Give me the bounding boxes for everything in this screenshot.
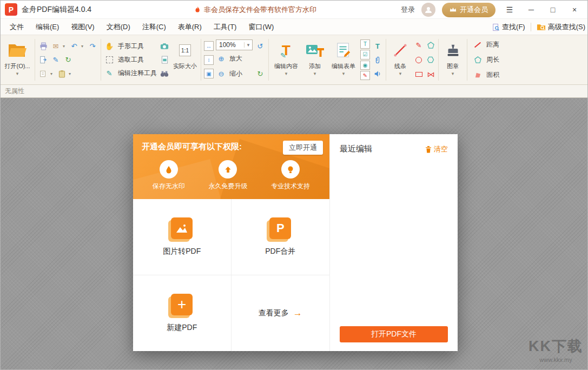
line-dropdown-icon: ▾ [399, 71, 402, 76]
open-button[interactable]: 打开(O)... ▾ [2, 37, 33, 83]
clipboard-dropdown-icon[interactable]: ▾ [69, 71, 73, 76]
zoom-in-button[interactable]: ⊕ 放大 [216, 52, 253, 65]
advanced-find-button[interactable]: 高级查找(S) [537, 22, 585, 32]
polyline-tool-button[interactable] [425, 69, 436, 80]
toolbar-separator [35, 39, 35, 81]
login-link[interactable]: 登录 [401, 5, 415, 15]
add-content-button[interactable]: 添加 ▾ [302, 37, 328, 83]
pentagon-icon [427, 42, 434, 49]
pentagon-tool-button[interactable] [425, 40, 436, 51]
measure-area-button[interactable]: 面积 [472, 69, 499, 82]
stamp-label: 图章 [447, 62, 459, 70]
vip-banner: 开通会员即可享有以下权限: 立即开通 保存无水印 [133, 134, 329, 199]
welcome-dialog: 开通会员即可享有以下权限: 立即开通 保存无水印 [133, 134, 458, 351]
checkbox-tool-button[interactable]: ☑ [360, 50, 370, 59]
minimize-button[interactable]: ─ [524, 5, 539, 14]
edit-form-dropdown-icon: ▾ [342, 71, 345, 76]
export-button[interactable] [38, 55, 49, 65]
benefit-free-upgrade: 永久免费升级 [208, 160, 247, 191]
menubar-search-area: 查找(F) 高级查找(S) [492, 19, 585, 35]
vip-pill-label: 开通会员 [460, 5, 488, 15]
textfield-tool-button[interactable]: T [360, 39, 370, 49]
rectangle-icon [415, 72, 422, 77]
activate-now-button[interactable]: 立即开通 [283, 141, 323, 155]
quick-action-pdf-merge[interactable]: P PDF合并 [232, 199, 330, 275]
speaker-icon [374, 70, 381, 77]
rotate-left-button[interactable]: ↺ [255, 41, 266, 51]
clear-recent-button[interactable]: 清空 [425, 144, 448, 154]
clipboard-button[interactable] [56, 68, 67, 79]
vip-pill-button[interactable]: 开通会员 [442, 3, 495, 17]
signature-tool-button[interactable]: ✎ [360, 71, 370, 80]
redo-button[interactable]: ↷ [87, 41, 98, 51]
line-tool-button[interactable]: 线条 ▾ [388, 37, 413, 83]
radio-tool-button[interactable]: ◉ [360, 61, 370, 70]
binoculars-button[interactable] [159, 68, 170, 79]
select-tool-button[interactable]: 选取工具 [104, 53, 157, 67]
menu-item-comment[interactable]: 注释(C) [136, 19, 172, 35]
attachment-button[interactable] [372, 55, 383, 65]
maximize-button[interactable]: □ [545, 5, 560, 14]
shape-tools-group: ✎ [413, 37, 437, 83]
rotate-right-button[interactable]: ↻ [255, 68, 266, 79]
annotation-icon: ✎ [104, 68, 115, 79]
measure-distance-button[interactable]: 距离 [472, 38, 499, 51]
add-content-icon [306, 40, 324, 61]
refresh-button[interactable]: ↻ [63, 55, 74, 65]
email-button[interactable]: ✉ [50, 41, 61, 51]
watermark-line1: KK下载 [528, 336, 583, 356]
share-dropdown-icon[interactable]: ▾ [50, 71, 55, 76]
app-logo-icon: P [5, 3, 17, 16]
quick-action-view-more[interactable]: 查看更多 → [232, 275, 330, 352]
menu-item-window[interactable]: 窗口(W) [242, 19, 280, 35]
rectangle-tool-button[interactable] [413, 69, 424, 80]
ellipse-tool-button[interactable] [413, 55, 424, 65]
hexagon-tool-button[interactable] [425, 55, 436, 65]
bulb-icon [281, 160, 300, 179]
menu-item-file[interactable]: 文件 [4, 19, 30, 35]
annotation-tool-button[interactable]: ✎ 编辑注释工具 [104, 67, 157, 80]
fit-group: ↔ ↕ ▣ [203, 37, 215, 83]
undo-dropdown-icon[interactable]: ▾ [81, 44, 85, 49]
page-capture-button[interactable] [159, 55, 170, 65]
fit-page-button[interactable]: ▣ [204, 69, 214, 78]
email-dropdown-icon[interactable]: ▾ [63, 44, 67, 49]
quick-action-image-to-pdf[interactable]: 图片转PDF [133, 199, 232, 275]
find-button[interactable]: 查找(F) [492, 22, 525, 32]
menu-item-document[interactable]: 文档(D) [101, 19, 136, 35]
fit-width-button[interactable]: ↔ [204, 41, 214, 51]
fit-height-button[interactable]: ↕ [204, 55, 214, 65]
user-avatar[interactable] [421, 3, 435, 17]
snapshot-button[interactable] [159, 41, 170, 51]
audio-button[interactable] [372, 68, 383, 79]
edit-form-button[interactable]: 编辑表单 ▾ [328, 37, 359, 83]
share-button[interactable] [38, 68, 49, 79]
hand-tool-label: 手形工具 [118, 42, 144, 51]
stamp-tool-button[interactable]: 图章 ▾ [440, 37, 465, 83]
menu-item-view[interactable]: 视图(V) [65, 19, 100, 35]
print-button[interactable] [38, 41, 49, 51]
edit-content-button[interactable]: T ✎ 编辑内容 ▾ [270, 37, 302, 83]
quick-action-new-pdf[interactable]: + 新建PDF [133, 275, 232, 352]
sign-button[interactable]: ✎ [50, 55, 61, 65]
trash-icon [425, 146, 432, 153]
measure-perimeter-button[interactable]: 周长 [472, 54, 499, 67]
undo-button[interactable]: ↶ [69, 41, 80, 51]
pencil-tool-button[interactable]: ✎ [413, 40, 424, 51]
zoom-out-button[interactable]: ⊖ 缩小 [216, 67, 253, 80]
app-menu-button[interactable]: ☰ [502, 5, 517, 14]
advanced-find-label: 高级查找(S) [548, 22, 585, 32]
actual-size-button[interactable]: 1:1 实际大小 [171, 37, 199, 83]
menu-item-tools[interactable]: 工具(T) [208, 19, 243, 35]
menu-item-form[interactable]: 表单(R) [172, 19, 208, 35]
menu-item-edit[interactable]: 编辑(E) [30, 19, 65, 35]
user-icon [424, 5, 433, 14]
zoom-level-select[interactable]: 100% ▾ [216, 39, 253, 50]
toolbar-separator [101, 39, 101, 81]
printer-icon [39, 42, 48, 50]
open-pdf-button[interactable]: 打开PDF文件 [340, 326, 448, 342]
hand-tool-button[interactable]: ✋ 手形工具 [104, 39, 157, 53]
pdf-merge-icon: P [269, 217, 291, 239]
text-style-button[interactable]: T [372, 41, 383, 51]
close-button[interactable]: × [567, 5, 582, 14]
